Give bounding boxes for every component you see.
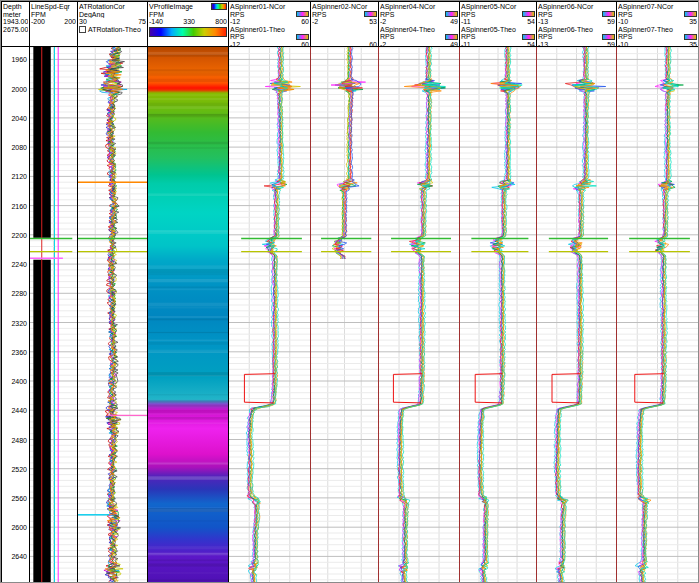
depth-bottom-value: 2675.00 [3, 26, 28, 34]
track-canvas-vprofile [148, 47, 228, 582]
curve-unit-row: RPS [230, 11, 309, 19]
track-header-linespd[interactable]: LineSpd-EqrFPM-200200 [30, 1, 78, 47]
track-sp01: ASpinner01-NCorRPS-1260ASpinner01-TheoRP… [229, 1, 311, 582]
track-header-sp01[interactable]: ASpinner01-NCorRPS-1260ASpinner01-TheoRP… [229, 1, 311, 47]
curve-swatch-icon [684, 34, 697, 40]
curve-title[interactable]: ATRotationCor [79, 3, 146, 11]
curve-scale: -200200 [31, 18, 76, 26]
image-texture-streak [148, 193, 228, 196]
grid [229, 47, 310, 582]
curve-unit-row: RPS [618, 33, 697, 41]
grid [537, 47, 616, 582]
depth-title: Depth [3, 3, 28, 11]
image-texture-streak [148, 342, 228, 345]
curve-unit: RPS [538, 33, 552, 41]
curve-title[interactable]: LineSpd-Eqr [31, 3, 76, 11]
image-texture-streak [148, 279, 228, 282]
curve-title[interactable]: ASpinner05-Theo [461, 26, 535, 34]
track-header-sp07[interactable]: ASpinner07-NCorRPS-1035ASpinner07-TheoRP… [617, 1, 699, 47]
depth-tick-label: 2000 [11, 85, 27, 92]
track-header-vprofile[interactable]: VProfileImageFPM-140330800 [148, 1, 229, 47]
curve-title[interactable] [312, 26, 377, 34]
grid [379, 47, 459, 582]
image-texture-streak [148, 332, 228, 333]
track-header-atrotation[interactable]: ATRotationCorDegAng3075ATRotation-Theo [78, 1, 148, 47]
colorbar-strip [149, 27, 227, 37]
track-sp06: ASpinner06-NCorRPS-1359ASpinner06-TheoRP… [537, 1, 617, 582]
image-texture-streak [148, 580, 228, 581]
scale-mid: 330 [183, 18, 195, 26]
log-curve [482, 47, 522, 582]
curve-title[interactable]: ASpinner04-NCor [380, 3, 458, 11]
track-canvas-sp02 [311, 47, 378, 582]
image-texture-streak [148, 553, 228, 556]
theo-row[interactable]: ATRotation-Theo [79, 26, 146, 34]
image-texture-streak [148, 410, 228, 413]
image-texture-streak [148, 422, 228, 424]
scale-min: -140 [149, 18, 163, 26]
curve-title[interactable]: ASpinner02-NCor [312, 3, 377, 11]
image-texture-streak [148, 147, 228, 149]
track-canvas-sp06 [537, 47, 616, 582]
track-header-sp04[interactable]: ASpinner04-NCorRPS-249ASpinner04-TheoRPS… [379, 1, 460, 47]
image-texture-streak [148, 520, 228, 521]
image-texture-streak [148, 269, 228, 272]
track-header-depth[interactable]: Depthmeter1943.002675.00 [1, 1, 30, 47]
image-texture-streak [148, 79, 228, 82]
curve-swatch-icon [522, 34, 535, 40]
curve-scale-min: -11 [461, 18, 471, 26]
track-body-vprofile [148, 47, 229, 582]
curve-unit: RPS [230, 33, 244, 41]
curve-scale-max: 49 [450, 18, 458, 26]
track-header-sp05[interactable]: ASpinner05-NCorRPS-1154ASpinner05-TheoRP… [460, 1, 537, 47]
image-texture-streak [148, 405, 228, 407]
log-curve [397, 47, 440, 582]
depth-unit: meter [3, 11, 28, 19]
curve-title[interactable]: ASpinner05-NCor [461, 3, 535, 11]
curve-scale: -1035 [618, 18, 697, 26]
curve-unit-row: RPS [230, 33, 309, 41]
curve-title[interactable]: ASpinner06-Theo [538, 26, 615, 34]
depth-tick-label: 2360 [11, 348, 27, 355]
scale-max: 800 [215, 18, 227, 26]
depth-tick-label: 2400 [11, 378, 27, 385]
curve-title[interactable]: ASpinner04-Theo [380, 26, 458, 34]
curve-title[interactable]: ASpinner07-Theo [618, 26, 697, 34]
track-body-sp05 [460, 47, 537, 582]
image-texture-streak [148, 319, 228, 321]
image-texture-streak [148, 231, 228, 234]
curve-unit-row: RPS [538, 33, 615, 41]
colorbar-legend-icon [211, 3, 227, 10]
curve-swatch-icon [522, 11, 535, 17]
image-texture-streak [148, 94, 228, 96]
curve-unit-row: RPS [380, 11, 458, 19]
grid [460, 47, 536, 582]
curve-scale-max: 35 [689, 18, 697, 26]
curve-scale: -1359 [538, 18, 615, 26]
track-body-sp07 [617, 47, 699, 582]
curve-scale-max: 75 [138, 18, 146, 26]
image-texture-streak [148, 272, 228, 275]
image-texture-streak [148, 103, 228, 107]
image-texture-streak [148, 559, 228, 561]
log-viewer-window: Depthmeter1943.002675.001960200020402080… [0, 0, 699, 583]
image-texture-streak [148, 417, 228, 420]
track-header-sp06[interactable]: ASpinner06-NCorRPS-1359ASpinner06-TheoRP… [537, 1, 617, 47]
curve-title[interactable]: ASpinner01-Theo [230, 26, 309, 34]
depth-tick-label: 2320 [11, 319, 27, 326]
curve-swatch-icon [445, 34, 458, 40]
track-canvas-sp04 [379, 47, 459, 582]
curve-unit: RPS [538, 11, 552, 19]
depth-tick-label: 2480 [11, 436, 27, 443]
image-texture-streak [148, 98, 228, 100]
image-texture-streak [148, 287, 228, 289]
curve-title[interactable]: ASpinner07-NCor [618, 3, 697, 11]
curve-scale-min: -2 [380, 18, 386, 26]
track-sp05: ASpinner05-NCorRPS-1154ASpinner05-TheoRP… [460, 1, 537, 582]
curve-scale-min: -2 [312, 18, 318, 26]
track-header-sp02[interactable]: ASpinner02-NCorRPS-25360 [311, 1, 379, 47]
curve-title[interactable]: ASpinner06-NCor [538, 3, 615, 11]
curve-title[interactable]: ASpinner01-NCor [230, 3, 309, 11]
curve-swatch-icon [296, 34, 309, 40]
track-body-sp01 [229, 47, 311, 582]
